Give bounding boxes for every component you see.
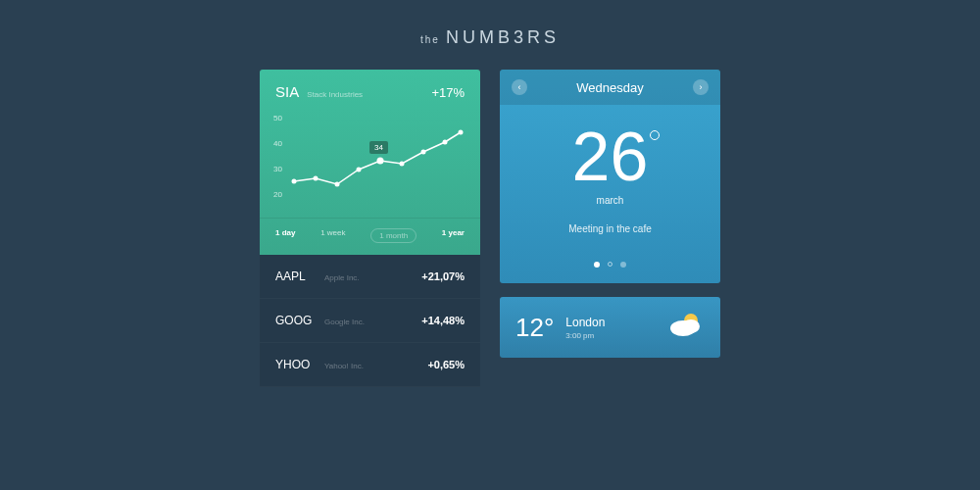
tab-1month[interactable]: 1 month [370,228,416,243]
time-label: 3:00 pm [565,331,605,340]
svg-point-3 [357,168,362,172]
list-item[interactable]: GOOG Google Inc. +14,48% [260,299,480,343]
list-item[interactable]: AAPL Apple Inc. +21,07% [260,255,480,299]
city-label: London [565,316,605,329]
month-label: march [500,195,720,206]
tab-1year[interactable]: 1 year [442,228,465,243]
event-text: Meeting in the cafe [500,223,720,234]
stock-name: Stack Industries [307,90,431,99]
stock-chart: 50 40 30 20 34 [260,110,480,218]
dot-3[interactable] [620,262,626,268]
svg-point-7 [443,140,448,145]
svg-point-6 [421,150,426,155]
page-dots [500,248,720,283]
stock-symbol: SIA [275,83,299,100]
stock-change: +17% [431,85,465,100]
svg-point-5 [400,162,405,167]
dot-1[interactable] [594,262,600,268]
weather-card: 12° London 3:00 pm [500,297,720,358]
tab-1week[interactable]: 1 week [320,228,345,243]
date-number: 26 [572,122,649,191]
calendar-card: ‹ Wednesday › 26 march Meeting in the ca… [500,70,720,283]
svg-point-0 [292,179,297,184]
stock-card: SIA Stack Industries +17% 50 40 30 20 34… [260,70,480,255]
dot-2[interactable] [608,262,612,267]
chart-callout: 34 [369,141,388,154]
svg-point-1 [314,176,318,181]
weekday-label: Wednesday [576,80,643,95]
prev-day-button[interactable]: ‹ [512,79,527,95]
next-day-button[interactable]: › [693,79,709,95]
svg-point-2 [335,182,340,187]
page-title: theNUMB3RS [0,0,980,70]
svg-point-11 [682,319,700,333]
temperature: 12° [515,313,554,343]
range-tabs: 1 day 1 week 1 month 1 year [260,218,480,255]
svg-point-8 [459,130,464,135]
weather-icon [667,311,703,344]
tab-1day[interactable]: 1 day [275,228,295,243]
stock-list: AAPL Apple Inc. +21,07% GOOG Google Inc.… [260,255,480,387]
svg-point-4 [377,158,384,165]
list-item[interactable]: YHOO Yahoo! Inc. +0,65% [260,343,480,387]
